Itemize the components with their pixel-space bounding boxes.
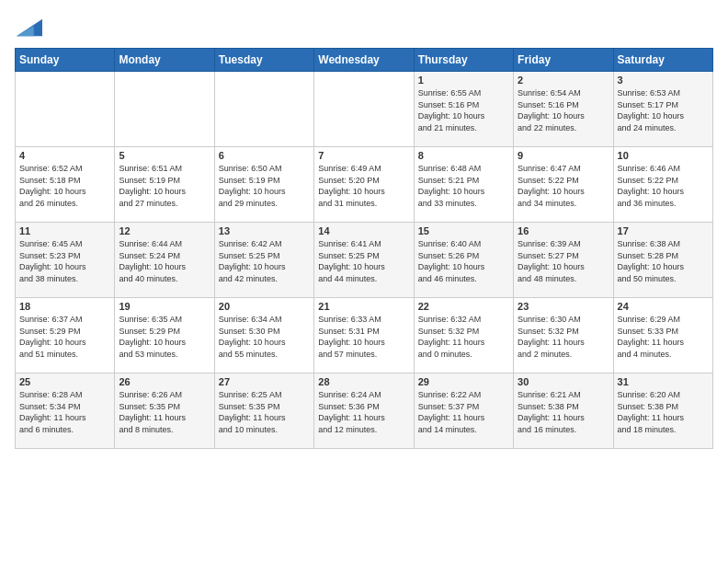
- day-number: 18: [19, 301, 110, 312]
- calendar-cell: 22Sunrise: 6:32 AM Sunset: 5:32 PM Dayli…: [414, 298, 513, 373]
- calendar-cell: 1Sunrise: 6:55 AM Sunset: 5:16 PM Daylig…: [414, 72, 513, 147]
- day-number: 11: [19, 225, 110, 236]
- day-info: Sunrise: 6:30 AM Sunset: 5:32 PM Dayligh…: [518, 314, 609, 360]
- calendar-week-row: 1Sunrise: 6:55 AM Sunset: 5:16 PM Daylig…: [16, 72, 713, 147]
- calendar-cell: [115, 72, 214, 147]
- day-info: Sunrise: 6:51 AM Sunset: 5:19 PM Dayligh…: [119, 163, 210, 209]
- day-number: 8: [418, 150, 509, 161]
- day-number: 30: [518, 376, 609, 387]
- day-info: Sunrise: 6:41 AM Sunset: 5:25 PM Dayligh…: [318, 238, 409, 284]
- day-info: Sunrise: 6:24 AM Sunset: 5:36 PM Dayligh…: [318, 389, 409, 435]
- day-info: Sunrise: 6:33 AM Sunset: 5:31 PM Dayligh…: [318, 314, 409, 360]
- day-number: 28: [318, 376, 409, 387]
- day-info: Sunrise: 6:22 AM Sunset: 5:37 PM Dayligh…: [418, 389, 509, 435]
- calendar-cell: 4Sunrise: 6:52 AM Sunset: 5:18 PM Daylig…: [16, 147, 115, 223]
- calendar-cell: 11Sunrise: 6:45 AM Sunset: 5:23 PM Dayli…: [16, 223, 115, 298]
- day-info: Sunrise: 6:26 AM Sunset: 5:35 PM Dayligh…: [119, 389, 210, 435]
- calendar-cell: 17Sunrise: 6:38 AM Sunset: 5:28 PM Dayli…: [613, 223, 712, 298]
- calendar-cell: 8Sunrise: 6:48 AM Sunset: 5:21 PM Daylig…: [414, 147, 513, 223]
- day-number: 25: [19, 376, 110, 387]
- calendar-header: SundayMondayTuesdayWednesdayThursdayFrid…: [16, 49, 713, 72]
- day-number: 3: [618, 75, 709, 86]
- day-number: 26: [119, 376, 210, 387]
- calendar-table: SundayMondayTuesdayWednesdayThursdayFrid…: [15, 48, 713, 449]
- calendar-cell: 9Sunrise: 6:47 AM Sunset: 5:22 PM Daylig…: [514, 147, 613, 223]
- day-info: Sunrise: 6:37 AM Sunset: 5:29 PM Dayligh…: [19, 314, 110, 360]
- day-number: 19: [119, 301, 210, 312]
- day-info: Sunrise: 6:34 AM Sunset: 5:30 PM Dayligh…: [219, 314, 310, 360]
- day-info: Sunrise: 6:29 AM Sunset: 5:33 PM Dayligh…: [618, 314, 709, 360]
- logo: [15, 15, 42, 44]
- calendar-cell: 20Sunrise: 6:34 AM Sunset: 5:30 PM Dayli…: [214, 298, 313, 373]
- day-info: Sunrise: 6:48 AM Sunset: 5:21 PM Dayligh…: [418, 163, 509, 209]
- day-info: Sunrise: 6:45 AM Sunset: 5:23 PM Dayligh…: [19, 238, 110, 284]
- day-info: Sunrise: 6:38 AM Sunset: 5:28 PM Dayligh…: [618, 238, 709, 284]
- day-info: Sunrise: 6:53 AM Sunset: 5:17 PM Dayligh…: [618, 87, 709, 133]
- calendar-cell: 19Sunrise: 6:35 AM Sunset: 5:29 PM Dayli…: [115, 298, 214, 373]
- calendar-cell: 7Sunrise: 6:49 AM Sunset: 5:20 PM Daylig…: [314, 147, 414, 223]
- day-info: Sunrise: 6:28 AM Sunset: 5:34 PM Dayligh…: [19, 389, 110, 435]
- calendar-body: 1Sunrise: 6:55 AM Sunset: 5:16 PM Daylig…: [16, 72, 713, 449]
- calendar-cell: 2Sunrise: 6:54 AM Sunset: 5:16 PM Daylig…: [514, 72, 613, 147]
- calendar-cell: 25Sunrise: 6:28 AM Sunset: 5:34 PM Dayli…: [16, 373, 115, 449]
- calendar-cell: 3Sunrise: 6:53 AM Sunset: 5:17 PM Daylig…: [613, 72, 712, 147]
- day-info: Sunrise: 6:25 AM Sunset: 5:35 PM Dayligh…: [219, 389, 310, 435]
- calendar-cell: 14Sunrise: 6:41 AM Sunset: 5:25 PM Dayli…: [314, 223, 414, 298]
- weekday-header-tuesday: Tuesday: [214, 49, 313, 72]
- weekday-header-friday: Friday: [514, 49, 613, 72]
- weekday-header-thursday: Thursday: [414, 49, 513, 72]
- weekday-header-sunday: Sunday: [16, 49, 115, 72]
- day-info: Sunrise: 6:49 AM Sunset: 5:20 PM Dayligh…: [318, 163, 409, 209]
- day-info: Sunrise: 6:44 AM Sunset: 5:24 PM Dayligh…: [119, 238, 210, 284]
- calendar-cell: [314, 72, 414, 147]
- calendar-cell: 16Sunrise: 6:39 AM Sunset: 5:27 PM Dayli…: [514, 223, 613, 298]
- day-number: 6: [219, 150, 310, 161]
- calendar-cell: 10Sunrise: 6:46 AM Sunset: 5:22 PM Dayli…: [613, 147, 712, 223]
- calendar-week-row: 4Sunrise: 6:52 AM Sunset: 5:18 PM Daylig…: [16, 147, 713, 223]
- header: [15, 11, 713, 44]
- calendar-cell: 23Sunrise: 6:30 AM Sunset: 5:32 PM Dayli…: [514, 298, 613, 373]
- day-info: Sunrise: 6:47 AM Sunset: 5:22 PM Dayligh…: [518, 163, 609, 209]
- calendar-cell: 13Sunrise: 6:42 AM Sunset: 5:25 PM Dayli…: [214, 223, 313, 298]
- page-container: SundayMondayTuesdayWednesdayThursdayFrid…: [0, 0, 728, 456]
- day-info: Sunrise: 6:55 AM Sunset: 5:16 PM Dayligh…: [418, 87, 509, 133]
- day-number: 2: [518, 75, 609, 86]
- calendar-week-row: 25Sunrise: 6:28 AM Sunset: 5:34 PM Dayli…: [16, 373, 713, 449]
- day-number: 16: [518, 225, 609, 236]
- calendar-cell: [16, 72, 115, 147]
- calendar-cell: 28Sunrise: 6:24 AM Sunset: 5:36 PM Dayli…: [314, 373, 414, 449]
- calendar-cell: 24Sunrise: 6:29 AM Sunset: 5:33 PM Dayli…: [613, 298, 712, 373]
- day-number: 20: [219, 301, 310, 312]
- calendar-week-row: 11Sunrise: 6:45 AM Sunset: 5:23 PM Dayli…: [16, 223, 713, 298]
- day-number: 31: [618, 376, 709, 387]
- day-number: 1: [418, 75, 509, 86]
- calendar-cell: 30Sunrise: 6:21 AM Sunset: 5:38 PM Dayli…: [514, 373, 613, 449]
- day-info: Sunrise: 6:35 AM Sunset: 5:29 PM Dayligh…: [119, 314, 210, 360]
- day-number: 4: [19, 150, 110, 161]
- day-info: Sunrise: 6:39 AM Sunset: 5:27 PM Dayligh…: [518, 238, 609, 284]
- calendar-cell: 12Sunrise: 6:44 AM Sunset: 5:24 PM Dayli…: [115, 223, 214, 298]
- calendar-week-row: 18Sunrise: 6:37 AM Sunset: 5:29 PM Dayli…: [16, 298, 713, 373]
- day-number: 22: [418, 301, 509, 312]
- day-number: 17: [618, 225, 709, 236]
- calendar-cell: 31Sunrise: 6:20 AM Sunset: 5:38 PM Dayli…: [613, 373, 712, 449]
- calendar-cell: 29Sunrise: 6:22 AM Sunset: 5:37 PM Dayli…: [414, 373, 513, 449]
- calendar-cell: [214, 72, 313, 147]
- day-number: 10: [618, 150, 709, 161]
- day-number: 7: [318, 150, 409, 161]
- weekday-header-monday: Monday: [115, 49, 214, 72]
- day-number: 24: [618, 301, 709, 312]
- calendar-cell: 15Sunrise: 6:40 AM Sunset: 5:26 PM Dayli…: [414, 223, 513, 298]
- day-info: Sunrise: 6:50 AM Sunset: 5:19 PM Dayligh…: [219, 163, 310, 209]
- day-info: Sunrise: 6:21 AM Sunset: 5:38 PM Dayligh…: [518, 389, 609, 435]
- calendar-cell: 6Sunrise: 6:50 AM Sunset: 5:19 PM Daylig…: [214, 147, 313, 223]
- day-number: 12: [119, 225, 210, 236]
- day-number: 23: [518, 301, 609, 312]
- day-number: 29: [418, 376, 509, 387]
- day-number: 13: [219, 225, 310, 236]
- calendar-cell: 21Sunrise: 6:33 AM Sunset: 5:31 PM Dayli…: [314, 298, 414, 373]
- day-number: 15: [418, 225, 509, 236]
- day-info: Sunrise: 6:20 AM Sunset: 5:38 PM Dayligh…: [618, 389, 709, 435]
- day-number: 5: [119, 150, 210, 161]
- weekday-header-row: SundayMondayTuesdayWednesdayThursdayFrid…: [16, 49, 713, 72]
